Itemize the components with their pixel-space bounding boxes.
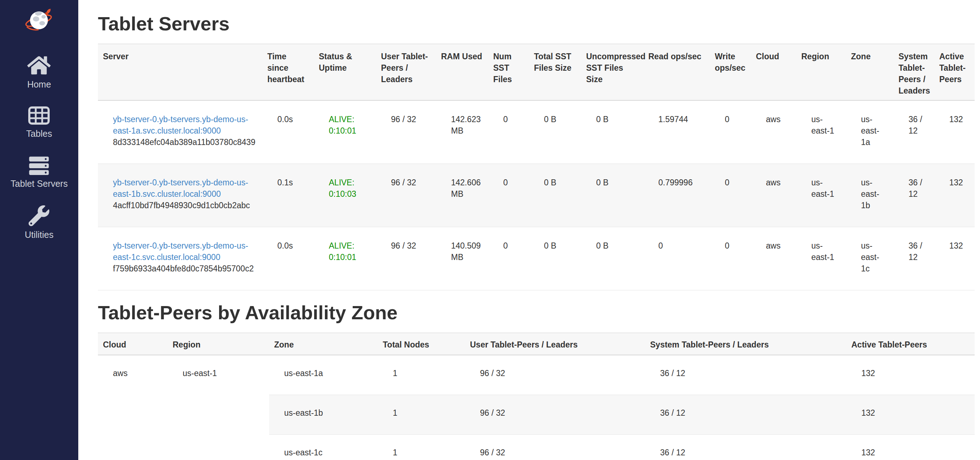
az-header-row: Cloud Region Zone Total Nodes User Table… (98, 333, 975, 355)
col-write-ops: Write ops/sec (710, 44, 751, 100)
cell-region: us-east-1 (796, 227, 846, 290)
col-read-ops: Read ops/sec (643, 44, 710, 100)
cell-status: ALIVE: 0:10:03 (314, 164, 376, 227)
sidebar-item-tables[interactable]: Tables (26, 106, 52, 139)
cell-write-ops: 0 (710, 164, 751, 227)
tablet-servers-header-row: Server Time since heartbeat Status & Upt… (98, 44, 975, 100)
cell-heartbeat: 0.1s (262, 164, 314, 227)
cell-active-peers: 132 (846, 395, 975, 435)
cell-active-peers: 132 (934, 164, 975, 227)
cell-region: us-east-1 (168, 355, 269, 460)
cell-cloud: aws (751, 100, 796, 164)
cell-ram-used: 142.606 MB (436, 164, 488, 227)
cell-write-ops: 0 (710, 100, 751, 164)
cell-zone: us-east-1c (269, 435, 378, 460)
col-uncompressed-sst: Uncompressed SST Files Size (581, 44, 643, 100)
main-content: Tablet Servers Server Time since heartbe… (78, 13, 980, 460)
az-row: aws us-east-1 us-east-1a 1 96 / 32 36 / … (98, 355, 975, 395)
col-user-peers: User Tablet-Peers / Leaders (465, 333, 645, 355)
cell-num-sst: 0 (488, 100, 529, 164)
cell-user-peers: 96 / 32 (376, 100, 436, 164)
cell-zone: us-east-1a (269, 355, 378, 395)
cell-user-peers: 96 / 32 (465, 435, 645, 460)
tserver-link[interactable]: yb-tserver-0.yb-tservers.yb-demo-us-east… (113, 115, 248, 135)
col-active-peers: Active Tablet-Peers (846, 333, 975, 355)
cell-system-peers: 36 / 12 (645, 435, 846, 460)
tables-icon (28, 106, 50, 125)
col-region: Region (796, 44, 846, 100)
cell-user-peers: 96 / 32 (465, 395, 645, 435)
tserver-row: yb-tserver-0.yb-tservers.yb-demo-us-east… (98, 164, 975, 227)
cell-total-sst: 0 B (529, 227, 581, 290)
tserver-link[interactable]: yb-tserver-0.yb-tservers.yb-demo-us-east… (113, 241, 248, 262)
sidebar-item-tablet-servers[interactable]: Tablet Servers (11, 155, 68, 189)
yugabyte-logo[interactable] (25, 8, 54, 35)
cell-total-nodes: 1 (378, 355, 465, 395)
cell-system-peers: 36 / 12 (894, 227, 934, 290)
sidebar-item-utilities[interactable]: Utilities (25, 205, 54, 240)
col-system-peers: System Tablet-Peers / Leaders (894, 44, 934, 100)
cell-zone: us-east-1b (846, 164, 894, 227)
col-ram-used: RAM Used (436, 44, 488, 100)
cell-server: yb-tserver-0.yb-tservers.yb-demo-us-east… (98, 164, 262, 227)
col-num-sst: Num SST Files (488, 44, 529, 100)
tserver-link[interactable]: yb-tserver-0.yb-tservers.yb-demo-us-east… (113, 178, 248, 198)
col-region: Region (168, 333, 269, 355)
cell-active-peers: 132 (846, 435, 975, 460)
col-active-peers: Active Tablet-Peers (934, 44, 975, 100)
cell-ram-used: 142.623 MB (436, 100, 488, 164)
tserver-row: yb-tserver-0.yb-tservers.yb-demo-us-east… (98, 227, 975, 290)
cell-uncompressed-sst: 0 B (581, 164, 643, 227)
cell-total-sst: 0 B (529, 164, 581, 227)
col-user-peers: User Tablet-Peers / Leaders (376, 44, 436, 100)
col-total-sst: Total SST Files Size (529, 44, 581, 100)
cell-active-peers: 132 (846, 355, 975, 395)
cell-heartbeat: 0.0s (262, 227, 314, 290)
col-heartbeat: Time since heartbeat (262, 44, 314, 100)
cell-heartbeat: 0.0s (262, 100, 314, 164)
cell-zone: us-east-1c (846, 227, 894, 290)
sidebar-item-home[interactable]: Home (27, 55, 51, 90)
cell-uncompressed-sst: 0 B (581, 227, 643, 290)
cell-active-peers: 132 (934, 227, 975, 290)
cell-ram-used: 140.509 MB (436, 227, 488, 290)
sidebar-item-label: Tablet Servers (11, 179, 68, 189)
col-system-peers: System Tablet-Peers / Leaders (645, 333, 846, 355)
cell-zone: us-east-1a (846, 100, 894, 164)
cell-system-peers: 36 / 12 (645, 395, 846, 435)
col-total-nodes: Total Nodes (378, 333, 465, 355)
cell-server: yb-tserver-0.yb-tservers.yb-demo-us-east… (98, 227, 262, 290)
cell-num-sst: 0 (488, 164, 529, 227)
cell-read-ops: 0 (643, 227, 710, 290)
col-cloud: Cloud (98, 333, 168, 355)
tserver-uuid: 4acff10bd7fb4948930c9d1cb0cb2abc (113, 200, 256, 211)
cell-uncompressed-sst: 0 B (581, 100, 643, 164)
sidebar-item-label: Home (27, 79, 51, 90)
tserver-row: yb-tserver-0.yb-tservers.yb-demo-us-east… (98, 100, 975, 164)
cell-system-peers: 36 / 12 (894, 100, 934, 164)
tserver-uuid: f759b6933a404bfe8d0c7854b95700c2 (113, 263, 256, 274)
col-zone: Zone (846, 44, 894, 100)
server-rack-icon (28, 155, 50, 175)
cell-read-ops: 0.799996 (643, 164, 710, 227)
wrench-icon (29, 205, 49, 226)
tserver-uuid: 8d333148efc04ab389a11b03780c8439 (113, 136, 256, 148)
cell-zone: us-east-1b (269, 395, 378, 435)
cell-region: us-east-1 (796, 164, 846, 227)
cell-write-ops: 0 (710, 227, 751, 290)
cell-status: ALIVE: 0:10:01 (314, 227, 376, 290)
cell-num-sst: 0 (488, 227, 529, 290)
cell-cloud: aws (751, 227, 796, 290)
az-section-title: Tablet-Peers by Availability Zone (98, 302, 975, 323)
cell-total-nodes: 1 (378, 395, 465, 435)
col-zone: Zone (269, 333, 378, 355)
sidebar: Home Tables Tablet Servers (0, 0, 78, 460)
tablet-servers-table: Server Time since heartbeat Status & Upt… (98, 44, 975, 290)
sidebar-item-label: Tables (26, 128, 52, 139)
cell-cloud: aws (751, 164, 796, 227)
cell-system-peers: 36 / 12 (894, 164, 934, 227)
cell-status: ALIVE: 0:10:01 (314, 100, 376, 164)
tablet-peers-by-az-table: Cloud Region Zone Total Nodes User Table… (98, 333, 975, 460)
col-cloud: Cloud (751, 44, 796, 100)
sidebar-nav: Home Tables Tablet Servers (11, 55, 68, 257)
